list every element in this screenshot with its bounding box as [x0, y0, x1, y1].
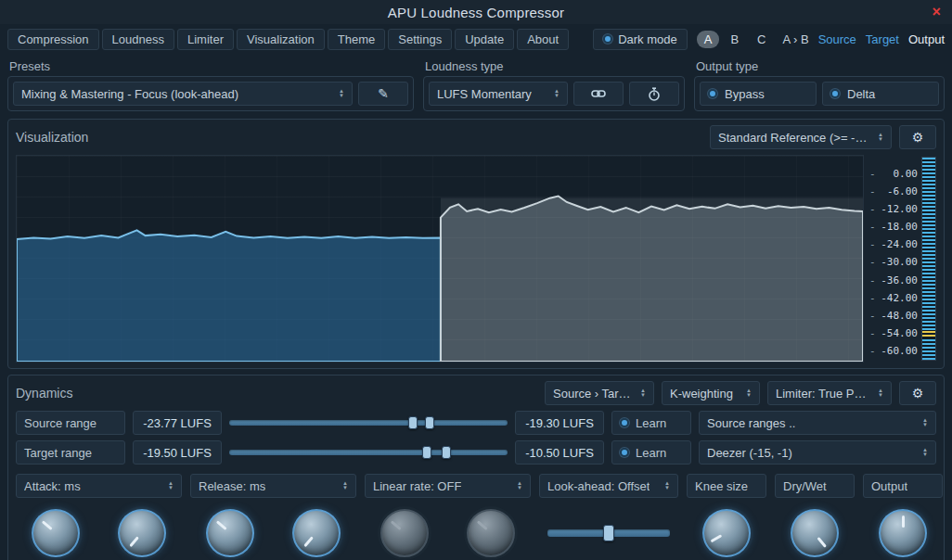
tick-mark: -: [869, 168, 876, 180]
visualization-panel: Visualization Standard Reference (>= -60…: [7, 119, 945, 369]
waveform-display[interactable]: [16, 155, 864, 363]
ab-snapshot-buttons: ABC: [697, 31, 774, 48]
group-header-label: Dry/Wet: [783, 479, 827, 493]
output-type-title: Output type: [696, 59, 945, 73]
knob-pointer: [199, 502, 262, 560]
bypass-radio[interactable]: Bypass: [700, 82, 817, 106]
ab-button-b[interactable]: B: [723, 31, 746, 48]
knob-pointer: [373, 502, 436, 560]
presets-panel: Mixing & Mastering - Focus (look-ahead) …: [7, 76, 414, 111]
group-header-look-ahead-offset[interactable]: Look-ahead: Offset▲▼: [539, 474, 678, 498]
bypass-label: Bypass: [725, 87, 765, 101]
monitor-source-button[interactable]: Source: [818, 32, 856, 46]
menu-item-settings[interactable]: Settings: [388, 29, 452, 50]
loudness-type-dropdown[interactable]: LUFS Momentary ▲ ▼: [429, 82, 568, 106]
source-range-slider[interactable]: [229, 415, 508, 430]
slider-track: [229, 420, 508, 426]
stepper-icon: ▲▼: [168, 481, 174, 490]
reference-dropdown[interactable]: Standard Reference (>= -60) ▲ ▼: [710, 125, 892, 149]
group-header-dry-wet[interactable]: Dry/Wet: [775, 474, 855, 498]
group-header-knee-size[interactable]: Knee size: [687, 474, 766, 498]
dark-mode-toggle[interactable]: Dark mode: [593, 29, 688, 50]
window-title: APU Loudness Compressor: [388, 5, 565, 20]
source-range-preset-dropdown[interactable]: Source ranges ..▲▼: [699, 411, 936, 435]
control-cell: [277, 506, 356, 560]
ab-button-c[interactable]: C: [750, 31, 773, 48]
group-header-release-ms[interactable]: Release: ms▲▼: [190, 474, 356, 498]
control-cell: [775, 506, 855, 560]
dynamics-settings-button[interactable]: ⚙: [899, 381, 936, 405]
slider-handle[interactable]: [408, 416, 418, 429]
slider-handle[interactable]: [425, 416, 434, 429]
dry-wet-knob[interactable]: [791, 509, 839, 557]
target-range-label[interactable]: Target range: [16, 440, 125, 465]
menu-item-update[interactable]: Update: [455, 29, 514, 50]
knob-pointer: [110, 502, 174, 560]
release-time-knob[interactable]: [206, 509, 254, 557]
visualization-settings-button[interactable]: ⚙: [899, 125, 936, 149]
scale-tick: --12.00: [869, 203, 918, 215]
dynamics-controls: Attack: ms▲▼50.00 ms0.00 msRelease: ms▲▼…: [16, 474, 936, 560]
slider-handle[interactable]: [422, 446, 431, 459]
attack-time-knob[interactable]: [32, 509, 80, 557]
menu-item-limiter[interactable]: Limiter: [177, 29, 234, 50]
source-range-row: Source range-23.77 LUFS-19.30 LUFSLearnS…: [16, 411, 936, 435]
presets-title: Presets: [9, 59, 414, 73]
target-range-learn-button[interactable]: Learn: [611, 440, 691, 465]
tick-value: -60.00: [881, 345, 918, 357]
control-cell: [539, 506, 678, 560]
mode-dropdown-value: Source › Target: [553, 387, 633, 401]
ab-button-a[interactable]: A: [697, 31, 720, 48]
slider-handle[interactable]: [603, 525, 614, 541]
preset-dropdown[interactable]: Mixing & Mastering - Focus (look-ahead) …: [13, 82, 353, 106]
tick-mark: -: [869, 274, 876, 286]
menu-item-loudness[interactable]: Loudness: [102, 29, 174, 50]
target-range-slider[interactable]: [229, 445, 508, 460]
group-header-attack-ms[interactable]: Attack: ms▲▼: [16, 474, 182, 498]
look-ahead-slider[interactable]: [547, 525, 670, 541]
menu-item-visualization[interactable]: Visualization: [237, 29, 325, 50]
limiter-dropdown[interactable]: Limiter: True Peak ▲ ▼: [767, 381, 892, 405]
tick-mark: -: [869, 345, 876, 357]
dynamics-header: Dynamics Source › Target ▲ ▼ K-weighting…: [16, 381, 936, 405]
source-range-label[interactable]: Source range: [16, 411, 125, 435]
learn-radio-icon: [620, 448, 629, 457]
level-meter: [921, 157, 936, 361]
menu-item-compression[interactable]: Compression: [7, 29, 99, 50]
attack-secondary-knob[interactable]: [118, 509, 166, 557]
ab-copy-button[interactable]: A › B: [782, 32, 808, 46]
group-header-output[interactable]: Output: [863, 474, 943, 498]
close-icon[interactable]: ×: [932, 4, 941, 20]
presets-section: Presets Mixing & Mastering - Focus (look…: [7, 57, 414, 111]
delta-radio[interactable]: Delta: [822, 82, 939, 106]
scale-tick: --48.00: [869, 310, 918, 322]
release-secondary-knob[interactable]: [292, 509, 341, 557]
monitor-output-button[interactable]: Output: [908, 32, 945, 46]
menu-item-theme[interactable]: Theme: [328, 29, 385, 50]
output-type-section: Output type Bypass Delta: [694, 57, 945, 111]
knee-size-knob[interactable]: [702, 509, 751, 557]
output-gain-knob[interactable]: [879, 509, 927, 557]
link-icon: [591, 88, 606, 99]
link-channels-button[interactable]: [573, 82, 624, 106]
timer-button[interactable]: [629, 82, 679, 106]
slider-handle[interactable]: [442, 446, 451, 459]
weighting-dropdown[interactable]: K-weighting ▲ ▼: [662, 381, 760, 405]
group-cells: [365, 506, 531, 560]
menu-item-about[interactable]: About: [517, 29, 569, 50]
stepper-icon: ▲ ▼: [878, 133, 883, 142]
tick-value: -54.00: [881, 327, 918, 339]
monitor-target-button[interactable]: Target: [866, 32, 899, 46]
group-cells: [687, 506, 766, 560]
tick-mark: -: [869, 310, 876, 322]
stepper-icon: ▲ ▼: [878, 388, 883, 398]
control-cell: [16, 506, 96, 560]
linear-rate-down-knob: [467, 509, 515, 557]
preset-edit-button[interactable]: ✎: [358, 82, 408, 106]
group-header-linear-rate-off[interactable]: Linear rate: OFF▲▼: [365, 474, 531, 498]
mode-dropdown[interactable]: Source › Target ▲ ▼: [545, 381, 654, 405]
target-range-preset-dropdown[interactable]: Deezer (-15, -1)▲▼: [699, 440, 936, 465]
source-range-learn-button[interactable]: Learn: [611, 411, 691, 435]
control-cell: [365, 506, 444, 560]
preset-dropdown-value: Source ranges ..: [707, 416, 795, 430]
